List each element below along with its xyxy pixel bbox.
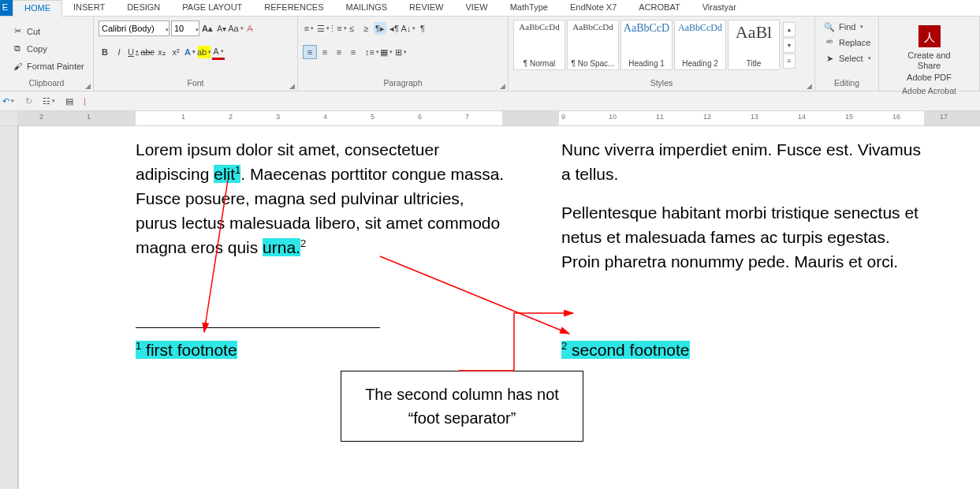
superscript-icon[interactable]: x² [170,46,182,58]
clipboard-group-label: Clipboard [29,78,65,88]
styles-more-icon[interactable]: ≡ [783,54,796,69]
document-area: Lorem ipsum dolor sit amet, consectetuer… [0,126,980,489]
bold-icon[interactable]: B [99,46,111,58]
shrink-font-icon[interactable]: A▾ [215,22,228,35]
tab-mailings[interactable]: MAILINGS [335,0,399,16]
ltr-icon[interactable]: ¶▸ [374,22,386,35]
quick-access-toolbar: ↶ ↻ ☷ ▤ | [0,91,980,111]
clipboard-launcher[interactable]: ◢ [84,82,91,90]
paragraph-launcher[interactable]: ◢ [498,82,506,90]
svg-line-3 [380,256,569,334]
align-left-icon[interactable]: ≡ [303,45,317,59]
editing-group-label: Editing [834,78,859,88]
bullets-icon[interactable]: ≡ [303,22,315,35]
acrobat-group-label: Adobe Acrobat [902,86,956,95]
line-spacing-icon[interactable]: ↕≡ [366,46,378,58]
annotation-arrows [17,126,963,489]
shading-icon[interactable]: ▦ [380,46,393,58]
tab-home[interactable]: HOME [13,0,62,17]
style-normal[interactable]: AaBbCcDd¶ Normal [513,20,565,70]
show-marks-icon[interactable]: ¶ [416,22,429,35]
borders-icon[interactable]: ⊞ [394,46,407,58]
tab-acrobat[interactable]: ACROBAT [628,0,691,16]
qat-icon2[interactable]: ▤ [63,95,76,107]
tab-insert[interactable]: INSERT [62,0,116,16]
tab-view[interactable]: VIEW [455,0,499,16]
tab-virastyar[interactable]: Virastyar [691,0,747,16]
select-icon: ➤ [823,52,836,65]
replace-button[interactable]: ᵃᵇReplace [820,35,874,50]
tab-endnote[interactable]: EndNote X7 [559,0,628,16]
paintbrush-icon: 🖌 [11,60,24,73]
styles-gallery[interactable]: AaBbCcDd¶ Normal AaBbCcDd¶ No Spac... Aa… [513,19,796,71]
grow-font-icon[interactable]: A▴ [201,22,214,35]
highlight-icon[interactable]: ab [198,46,211,58]
scissors-icon: ✂ [11,25,24,38]
copy-label: Copy [27,44,47,54]
format-painter-button[interactable]: 🖌Format Painter [8,58,88,74]
font-name-input[interactable] [99,22,164,35]
tab-references[interactable]: REFERENCES [253,0,334,16]
style-title[interactable]: AaBlTitle [728,20,780,70]
ribbon-tabs: E HOME INSERT DESIGN PAGE LAYOUT REFEREN… [0,0,980,17]
cut-label: Cut [27,27,40,36]
styles-group-label: Styles [650,78,673,88]
ribbon: ✂Cut ⧉Copy 🖌Format Painter Clipboard◢ A▴… [0,17,980,91]
tab-file[interactable]: E [0,0,13,16]
svg-line-2 [204,180,228,332]
rtl-icon[interactable]: ◂¶ [388,22,401,35]
copy-icon: ⧉ [11,43,24,55]
create-pdf-label1: Create and Share [896,50,963,71]
tab-page-layout[interactable]: PAGE LAYOUT [171,0,253,16]
font-group-label: Font [187,78,203,88]
replace-label: Replace [839,38,870,47]
decrease-indent-icon[interactable]: ≤ [345,22,358,35]
select-label: Select [839,54,863,63]
replace-icon: ᵃᵇ [823,36,836,49]
increase-indent-icon[interactable]: ≥ [360,22,372,35]
create-pdf-label2: Adobe PDF [907,73,952,83]
font-name-combo[interactable] [99,21,170,36]
qat-icon1[interactable]: ☷ [43,95,55,107]
italic-icon[interactable]: I [113,46,125,58]
tab-mathtype[interactable]: MathType [499,0,559,16]
select-button[interactable]: ➤Select [820,50,874,66]
find-button[interactable]: 🔍Find [820,19,874,35]
multilevel-icon[interactable]: ⋮≡ [331,22,344,35]
style-nospacing[interactable]: AaBbCcDd¶ No Spac... [567,20,619,70]
strikethrough-icon[interactable]: abc [141,46,154,58]
subscript-icon[interactable]: x₂ [155,46,168,58]
styles-up-icon[interactable]: ▴ [783,22,796,37]
paragraph-group-label: Paragraph [383,78,422,88]
font-color-icon[interactable]: A [212,45,225,60]
ruler[interactable]: 2 1 1 2 3 4 5 6 7 9 10 11 12 13 14 15 16… [0,111,980,126]
sort-icon[interactable]: A↓ [402,22,415,35]
change-case-icon[interactable]: Aa [229,22,242,35]
page[interactable]: Lorem ipsum dolor sit amet, consectetuer… [17,126,980,489]
justify-icon[interactable]: ≡ [347,46,360,58]
style-heading2[interactable]: AaBbCcDdHeading 2 [674,20,726,70]
cut-button[interactable]: ✂Cut [8,24,88,39]
format-painter-label: Format Painter [27,62,84,71]
align-right-icon[interactable]: ≡ [333,46,345,58]
undo-icon[interactable]: ↶ [2,95,14,107]
text-effects-icon[interactable]: A [184,46,196,58]
svg-text:人: 人 [924,31,935,43]
underline-icon[interactable]: U [127,46,140,58]
styles-down-icon[interactable]: ▾ [783,38,796,53]
align-center-icon[interactable]: ≡ [319,46,331,58]
pdf-icon: 人 [917,24,942,49]
font-size-combo[interactable] [171,21,199,36]
redo-icon[interactable]: ↻ [22,95,35,107]
tab-review[interactable]: REVIEW [398,0,454,16]
find-label: Find [839,22,855,32]
find-icon: 🔍 [823,21,836,33]
style-heading1[interactable]: AaBbCcDHeading 1 [620,20,673,70]
font-size-input[interactable] [172,22,194,35]
create-pdf-button[interactable]: 人 Create and Share Adobe PDF [896,19,963,86]
tab-design[interactable]: DESIGN [116,0,171,16]
copy-button[interactable]: ⧉Copy [8,41,88,57]
font-launcher[interactable]: ◢ [288,82,296,90]
styles-launcher[interactable]: ◢ [805,82,813,90]
clear-formatting-icon[interactable]: A̶ [244,22,256,35]
